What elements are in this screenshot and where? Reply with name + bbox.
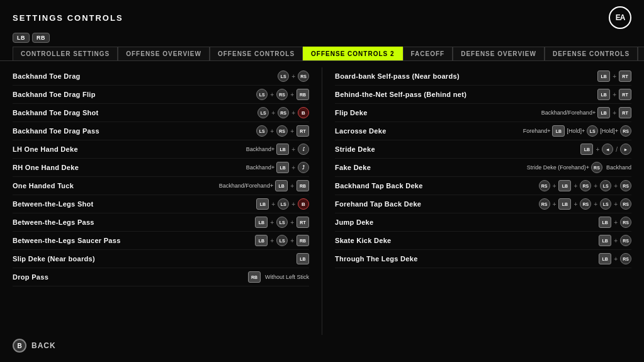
rs-icon: RS [276,125,288,137]
title-italic: SETTINGS [13,13,64,23]
lb-icon: LB [599,253,611,264]
rt-icon: RT [619,89,631,100]
ls-icon: LS [600,180,611,191]
table-row: Backhand Toe Drag Shot LS + RS + B [13,104,309,122]
footer: B BACK [13,339,56,353]
rs-icon: RS [298,71,309,82]
right-column: Board-bank Self-pass (Near boards) LB + … [335,67,631,335]
table-row: Through The Legs Deke LB + RS [335,250,631,268]
bumper-buttons: LB RB [0,33,644,43]
lb-icon: LB [558,198,571,210]
rs-icon: RS [278,107,289,118]
ls-icon: LS [587,125,598,137]
page-header: SETTINGS CONTROLS EA [0,0,644,33]
table-row: Between-the-Legs Shot LB + LS + B [13,195,309,213]
ls-icon: LS [276,217,288,228]
lb-icon: LB [276,162,289,173]
rs-icon: RS [620,235,631,246]
table-row: Backhand Toe Drag Flip LS + RS + RB [13,86,309,104]
ls-icon: LS [256,125,268,137]
column-divider [322,67,322,335]
table-row: Backhand Toe Drag LS + RS [13,67,309,86]
lb-icon: LB [597,107,610,118]
ls-icon: LS [278,198,289,210]
rs-icon: RS [591,162,602,173]
table-row: Forehand Tap Back Deke RS + LB + RS + LS… [335,195,631,213]
table-row: Backhand Toe Drag Pass LS + RS + RT [13,122,309,140]
ea-logo: EA [609,6,631,29]
lb-icon: LB [580,144,593,155]
rs3-icon: RS [620,198,631,210]
tab-defense-controls[interactable]: DEFENSE CONTROLS [545,47,638,60]
rs-icon: ⤴ [298,144,309,155]
rt-icon: RT [619,107,631,118]
rs3-icon: RS [620,180,631,191]
lb-icon: LB [597,89,610,100]
left-column: Backhand Toe Drag LS + RS Backhand Toe D… [13,67,309,335]
table-row: Fake Deke Stride Deke (Forehand)+ RS Bac… [335,159,631,177]
rt-icon: RT [619,71,631,82]
table-row: Board-bank Self-pass (Near boards) LB + … [335,67,631,86]
table-row: Skate Kick Deke LB + RS [335,232,631,250]
table-row: RH One Hand Deke Backhand+ LB + ⤴ [13,159,309,177]
tab-defense-overview[interactable]: DEFENSE OVERVIEW [453,47,545,60]
lb-icon: LB [275,180,288,191]
ls-icon: LS [257,107,269,118]
page-title: SETTINGS CONTROLS [13,12,123,23]
lb-icon: LB [599,235,611,246]
table-row: Lacrosse Deke Forehand+ LB [Hold]+ LS [H… [335,122,631,140]
table-row: Flip Deke Backhand/Forehand+ LB + RT [335,104,631,122]
rs2-icon: RS [580,198,591,210]
table-row: Drop Pass RB Without Left Stick [13,268,309,286]
ls-icon: LS [278,71,289,82]
lb-icon: LB [558,180,571,191]
b-icon: B [298,107,309,118]
table-row: Between-the-Legs Pass LB + LS + RT [13,213,309,232]
tab-goalie-overview[interactable]: GOALIE OVERVIEW [638,47,644,60]
table-row: Backhand Tap Back Deke RS + LB + RS + LS… [335,177,631,195]
main-content: Backhand Toe Drag LS + RS Backhand Toe D… [0,61,644,341]
table-row: LH One Hand Deke Backhand+ LB + ⤴ [13,140,309,159]
table-row: Behind-the-Net Self-pass (Behind net) LB… [335,86,631,104]
tab-faceoff[interactable]: FACEOFF [403,47,453,60]
table-row: Stride Deke LB + ◄ / ► [335,140,631,159]
lb-icon: LB [255,235,268,246]
lb-icon: LB [599,217,611,228]
table-row: Jump Deke LB + RS [335,213,631,232]
lb-icon: LB [256,198,269,210]
rs-icon: RS [620,125,631,137]
table-row: Slip Deke (Near boards) LB [13,250,309,268]
rb-icon: RB [248,271,261,283]
rs-icon: RS [539,180,550,191]
rb-icon: RB [297,89,309,100]
tab-controller-settings[interactable]: CONTROLLER SETTINGS [13,47,118,60]
ls-icon: LS [256,89,268,100]
rs-icon: RS [620,253,631,264]
tab-offense-controls-2[interactable]: OFFENSE CONTROLS 2 [303,47,402,60]
ls-icon: ◄ [602,144,613,155]
lb-icon: LB [552,125,565,137]
table-row: Between-the-Legs Saucer Pass LB + LS + R… [13,232,309,250]
rb-icon: RB [297,180,309,191]
rs-icon: ⤴ [298,162,309,173]
tab-offense-overview[interactable]: OFFENSE OVERVIEW [118,47,210,60]
ls-icon: LS [600,198,611,210]
rs-icon: RS [539,198,550,210]
lb-icon: LB [297,253,309,264]
rb-button[interactable]: RB [32,33,50,43]
rt-icon: RT [297,217,309,228]
ls-icon: LS [276,235,288,246]
b-icon: B [298,198,309,210]
rt-icon: RT [297,125,309,137]
rs-icon: RS [276,89,288,100]
ls2-icon: ► [620,144,631,155]
tab-offense-controls[interactable]: OFFENSE CONTROLS [210,47,303,60]
back-label: BACK [31,341,56,350]
lb-icon: LB [276,144,289,155]
title-bold: CONTROLS [67,13,123,23]
rb-icon: RB [297,235,309,246]
back-button-icon[interactable]: B [13,339,26,353]
table-row: One Handed Tuck Backhand/Forehand+ LB + … [13,177,309,195]
lb-button[interactable]: LB [13,33,30,43]
lb-icon: LB [255,217,268,228]
